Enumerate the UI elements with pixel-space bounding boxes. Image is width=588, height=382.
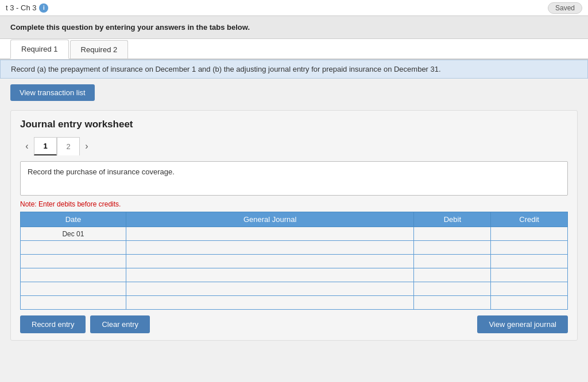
- credit-input[interactable]: [491, 282, 567, 295]
- journal-input[interactable]: [126, 268, 414, 282]
- clear-entry-button[interactable]: Clear entry: [90, 315, 150, 333]
- journal-cell[interactable]: [126, 241, 414, 255]
- credit-cell[interactable]: [491, 296, 568, 310]
- worksheet-panel: Journal entry worksheet ‹ 1 2 › Record t…: [10, 110, 578, 341]
- description-text: Record the purchase of insurance coverag…: [28, 167, 175, 176]
- credit-cell[interactable]: [491, 282, 568, 296]
- date-cell: [21, 296, 126, 310]
- date-cell: [21, 255, 126, 268]
- page-title-area: t 3 - Ch 3 i: [6, 3, 48, 13]
- journal-input[interactable]: [126, 241, 414, 254]
- credit-cell[interactable]: [491, 255, 568, 268]
- debit-cell[interactable]: [414, 282, 491, 296]
- credit-input[interactable]: [491, 241, 567, 254]
- col-header-debit: Debit: [414, 212, 491, 227]
- journal-cell[interactable]: [126, 255, 414, 268]
- journal-input[interactable]: [126, 282, 414, 295]
- debit-cell[interactable]: [414, 268, 491, 282]
- credit-input[interactable]: [491, 255, 567, 268]
- instructions-bar: Complete this question by entering your …: [0, 16, 588, 39]
- journal-input[interactable]: [126, 227, 414, 240]
- credit-input[interactable]: [491, 227, 567, 240]
- description-box: Record the purchase of insurance coverag…: [20, 161, 568, 196]
- info-line-text: Record (a) the prepayment of insurance o…: [11, 65, 441, 73]
- table-row: [21, 282, 568, 296]
- debit-cell[interactable]: [414, 255, 491, 268]
- entry-page-1[interactable]: 1: [34, 137, 57, 155]
- debit-input[interactable]: [414, 282, 490, 295]
- record-entry-button[interactable]: Record entry: [20, 315, 86, 333]
- table-row: [21, 268, 568, 282]
- top-bar: t 3 - Ch 3 i Saved: [0, 0, 588, 16]
- entry-navigator: ‹ 1 2 ›: [20, 137, 568, 155]
- prev-entry-button[interactable]: ‹: [20, 137, 34, 155]
- debit-input[interactable]: [414, 255, 490, 268]
- date-cell: [21, 282, 126, 296]
- journal-table: Date General Journal Debit Credit Dec 01: [20, 212, 568, 310]
- journal-input[interactable]: [126, 296, 414, 309]
- debit-input[interactable]: [414, 268, 490, 282]
- journal-cell[interactable]: [126, 268, 414, 282]
- view-transaction-button[interactable]: View transaction list: [10, 84, 95, 101]
- table-row: Dec 01: [21, 227, 568, 241]
- page-title: t 3 - Ch 3: [6, 3, 36, 12]
- tab-required-2[interactable]: Required 2: [70, 40, 129, 59]
- table-row: [21, 255, 568, 268]
- debit-cell[interactable]: [414, 241, 491, 255]
- journal-cell[interactable]: [126, 296, 414, 310]
- table-row: [21, 296, 568, 310]
- debit-input[interactable]: [414, 227, 490, 240]
- credit-cell[interactable]: [491, 241, 568, 255]
- info-icon[interactable]: i: [39, 3, 48, 13]
- credit-cell[interactable]: [491, 268, 568, 282]
- debit-input[interactable]: [414, 241, 490, 254]
- date-cell: [21, 241, 126, 255]
- info-line: Record (a) the prepayment of insurance o…: [0, 60, 588, 79]
- col-header-date: Date: [21, 212, 126, 227]
- col-header-journal: General Journal: [126, 212, 414, 227]
- date-cell: [21, 268, 126, 282]
- col-header-credit: Credit: [491, 212, 568, 227]
- journal-input[interactable]: [126, 255, 414, 268]
- worksheet-title: Journal entry worksheet: [20, 119, 568, 130]
- debit-cell[interactable]: [414, 227, 491, 241]
- tabs-container: Required 1 Required 2: [0, 39, 588, 60]
- instructions-text: Complete this question by entering your …: [10, 23, 578, 32]
- buttons-row: Record entry Clear entry View general jo…: [20, 310, 568, 340]
- debit-cell[interactable]: [414, 296, 491, 310]
- credit-input[interactable]: [491, 296, 567, 309]
- date-cell: Dec 01: [21, 227, 126, 241]
- saved-badge: Saved: [548, 2, 582, 14]
- journal-cell[interactable]: [126, 227, 414, 241]
- credit-input[interactable]: [491, 268, 567, 282]
- view-general-journal-button[interactable]: View general journal: [477, 315, 568, 333]
- note-text: Note: Enter debits before credits.: [20, 200, 568, 208]
- debit-input[interactable]: [414, 296, 490, 309]
- next-entry-button[interactable]: ›: [80, 137, 94, 155]
- table-row: [21, 241, 568, 255]
- journal-cell[interactable]: [126, 282, 414, 296]
- tab-required-1[interactable]: Required 1: [10, 40, 69, 59]
- credit-cell[interactable]: [491, 227, 568, 241]
- entry-page-2[interactable]: 2: [57, 137, 80, 155]
